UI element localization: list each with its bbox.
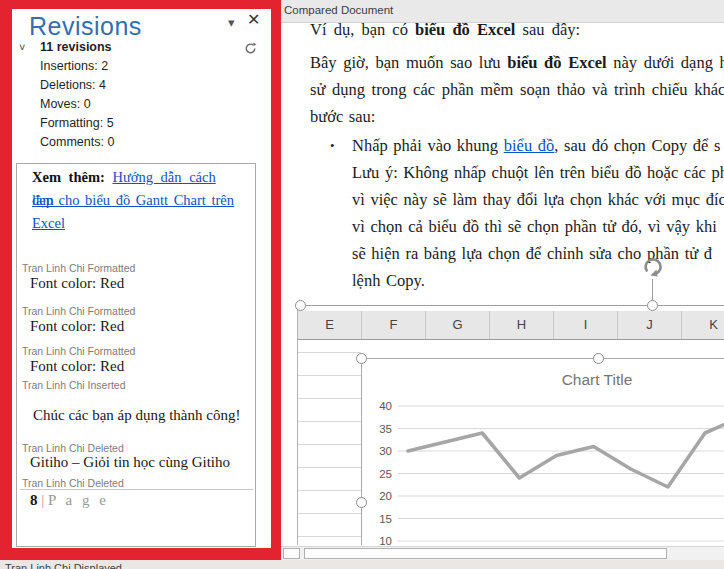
doc-paragraph-line: bước sau:: [310, 107, 375, 127]
y-axis-tick-label: 35: [379, 423, 392, 435]
doc-paragraph-line: sử dụng trong các phần mềm soạn thảo và …: [310, 80, 724, 100]
grid-row-line: [298, 398, 361, 399]
chart-selection-border-top: [361, 358, 724, 359]
summary-deletions: Deletions: 4: [40, 78, 106, 92]
grid-row-line: [298, 444, 361, 445]
column-header-H: H: [490, 311, 554, 339]
y-axis-tick-label: 15: [379, 513, 392, 525]
column-header-I: I: [554, 311, 618, 339]
bullet-marker: •: [330, 138, 335, 154]
column-header-E: E: [298, 311, 362, 339]
doc-bullet-line: lệnh Copy.: [352, 271, 425, 291]
deleted-page-footer[interactable]: 8 | P a g e: [30, 492, 109, 509]
page-number: 8: [30, 492, 38, 508]
revision-entry-detail[interactable]: Font color: Red: [30, 358, 124, 375]
footer-separator-line: [20, 489, 253, 490]
status-bar: Tran Linh Chi Displayed: [0, 560, 724, 569]
doc-bullet-line: Nhấp phải vào khung biểu đồ, sau đó chọn…: [352, 136, 720, 156]
doc-text: , sau đó chọn Copy để s: [554, 136, 720, 155]
selection-handle-top-center[interactable]: [647, 300, 658, 311]
chart-handle-left-center: [356, 497, 367, 508]
revision-entry-detail[interactable]: Font color: Red: [30, 318, 124, 335]
pane-dropdown-icon[interactable]: ▾: [228, 16, 235, 29]
doc-bullet-line: vì việc này sẽ làm thay đổi lựa chọn khá…: [352, 190, 724, 210]
revision-count-heading: 11 revisions: [40, 40, 112, 54]
refresh-icon[interactable]: [244, 41, 257, 59]
revision-entry-author[interactable]: Tran Linh Chi Deleted: [22, 442, 124, 454]
grid-row-line: [298, 536, 361, 537]
summary-moves: Moves: 0: [40, 97, 91, 111]
grid-row-line: [298, 352, 361, 353]
doc-bullet-line: Lưu ý: Không nhấp chuột lên trên biểu đồ…: [352, 163, 724, 183]
grid-row-line: [298, 467, 361, 468]
chart-frame-link[interactable]: biểu đồ: [504, 136, 555, 155]
y-axis-tick-label: 20: [379, 490, 392, 502]
y-axis-tick-label: 40: [379, 400, 392, 412]
doc-intro-line: Ví dụ, bạn có biểu đồ Excel sau đây:: [310, 20, 580, 40]
summary-formatting: Formatting: 5: [40, 116, 114, 130]
revision-entry-detail[interactable]: Chúc các bạn áp dụng thành công!: [33, 407, 240, 424]
revision-entry-detail[interactable]: Gitiho – Giỏi tin học cùng Gitiho: [30, 454, 230, 471]
doc-text: Nhấp phải vào khung: [352, 136, 504, 155]
close-icon[interactable]: ✕: [247, 13, 260, 26]
grid-row-line: [298, 375, 361, 376]
revision-entry-author[interactable]: Tran Linh Chi Formatted: [22, 305, 135, 317]
chevron-down-icon[interactable]: ˅: [19, 41, 25, 54]
grid-row-line: [298, 490, 361, 491]
doc-bold-text: biểu đồ Excel: [507, 53, 606, 72]
chart-selection-border-left: [361, 358, 362, 545]
see-more-label: Xem thêm:: [32, 169, 105, 185]
chart-handle-top-center: [593, 353, 604, 364]
gantt-article-link-line-2[interactable]: đẹp cho biểu đồ Gantt Chart trên: [32, 189, 244, 212]
chart-title: Chart Title: [562, 371, 633, 388]
revision-entry-author[interactable]: Tran Linh Chi Deleted: [22, 477, 124, 489]
doc-text: Bây giờ, bạn muốn sao lưu: [310, 53, 507, 72]
column-header-J: J: [618, 311, 682, 339]
revision-entry-author[interactable]: Tran Linh Chi Inserted: [22, 379, 126, 391]
excel-grid-rows: [298, 340, 361, 545]
gantt-article-link-line-3[interactable]: Excel: [32, 212, 244, 235]
revisions-pane-title: Revisions: [29, 12, 142, 41]
summary-comments: Comments: 0: [40, 135, 114, 149]
doc-text: này dưới dạng hìn: [607, 53, 724, 72]
excel-line-chart: 40353025201510Chart Title: [361, 340, 724, 546]
grid-row-line: [298, 421, 361, 422]
column-header-F: F: [362, 311, 426, 339]
summary-insertions: Insertions: 2: [40, 59, 108, 73]
compared-document-title: Compared Document: [284, 4, 393, 16]
revision-entry-detail[interactable]: Font color: Red: [30, 275, 124, 292]
column-header-G: G: [426, 311, 490, 339]
doc-bullet-line: vì chọn cả biểu đồ thì sẽ chọn phần tử đ…: [352, 217, 717, 237]
column-header-K: K: [682, 311, 724, 339]
image-selection-border: [297, 305, 724, 306]
excel-column-header-row: EFGHIJK: [298, 311, 724, 340]
horizontal-scrollbar-left-button[interactable]: [283, 548, 300, 559]
y-axis-tick-label: 10: [379, 535, 392, 546]
rotate-handle-icon[interactable]: [641, 255, 665, 283]
y-axis-tick-label: 30: [379, 445, 392, 457]
grid-row-line: [298, 513, 361, 514]
doc-paragraph-line: Bây giờ, bạn muốn sao lưu biểu đồ Excel …: [310, 53, 724, 73]
page-footer-word: P a g e: [48, 492, 109, 508]
selection-handle-top-left[interactable]: [295, 300, 306, 311]
status-bar-clipped-text: Tran Linh Chi Displayed: [5, 562, 122, 569]
revision-entry-author[interactable]: Tran Linh Chi Formatted: [22, 262, 135, 274]
revision-entry-author[interactable]: Tran Linh Chi Formatted: [22, 345, 135, 357]
y-axis-tick-label: 25: [379, 468, 392, 480]
page-footer-pipe: |: [41, 492, 44, 508]
horizontal-scrollbar-thumb[interactable]: [304, 548, 667, 559]
chart-handle-top-left: [356, 353, 367, 364]
app-window: Revisions ▾ ✕ ˅ 11 revisions Insertions:…: [0, 0, 724, 569]
compared-document-pane-header: Compared Document: [271, 0, 724, 23]
